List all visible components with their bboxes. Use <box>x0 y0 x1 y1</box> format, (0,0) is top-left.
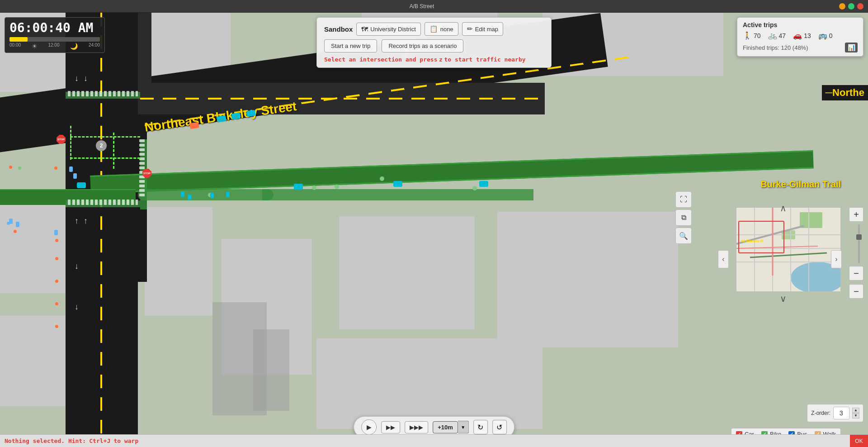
trips-finished: Finished trips: 120 (48%) 📊 <box>743 43 858 52</box>
zoom-out-button-2[interactable]: − <box>849 284 863 299</box>
block <box>316 338 542 429</box>
faster-fwd-icon: ▶▶▶ <box>410 424 423 431</box>
hint-suffix: to start traffic nearby <box>444 56 526 63</box>
chevron-down-icon: ∨ <box>780 294 787 304</box>
bike-5 <box>380 176 384 181</box>
edit-label: Edit map <box>475 26 498 33</box>
time-end: 24:00 <box>89 43 100 50</box>
ped-trail-2 <box>188 195 191 200</box>
minimap-svg: NE Blakeley St <box>736 208 840 291</box>
jump-time-button[interactable]: +10m <box>433 421 458 433</box>
map-name: University District <box>370 26 415 33</box>
jump-label: +10m <box>438 424 453 431</box>
minimap[interactable]: NE Blakeley St <box>736 207 840 291</box>
arrow-4: ↑ <box>84 216 88 226</box>
stop-sign-2: STOP <box>142 169 151 178</box>
svg-text:NE Blakeley St: NE Blakeley St <box>741 239 764 243</box>
jump-dropdown[interactable]: ▼ <box>458 421 469 433</box>
pedestrian-icon: 🚶 <box>743 31 752 40</box>
minimap-up-button[interactable]: ∧ <box>780 203 787 214</box>
z-order-up[interactable]: ▲ <box>852 408 859 413</box>
status-hint: Nothing selected. Hint: Ctrl+J to warp <box>5 437 138 444</box>
finished-trips-text: Finished trips: 120 (48%) <box>743 44 808 51</box>
car-trail-4 <box>479 181 488 187</box>
chart-button[interactable]: 📊 <box>845 43 858 52</box>
yellow-dash-top <box>140 98 547 100</box>
restore-rotation-button[interactable]: ↺ <box>492 420 507 434</box>
bike-path-v1 <box>70 126 71 160</box>
bike-path-2 <box>70 157 140 159</box>
map-layer-controls: ⛶ ⧉ 🔍 <box>675 191 692 244</box>
bus-icon: 🚌 <box>818 31 827 40</box>
main-area: STOP STOP 2 ↓ ↓ ↑ ↑ ↓ ↓ ─Northe Northeas… <box>0 13 868 447</box>
window-title: A/B Street <box>5 3 839 10</box>
rotate-cw-icon: ↻ <box>477 423 483 432</box>
status-btn-icon: OK <box>855 438 863 444</box>
car-trail-2 <box>294 184 303 190</box>
minimap-prev-button[interactable]: ‹ <box>718 250 729 268</box>
ped-2 <box>73 173 77 179</box>
road-h2 <box>138 13 151 85</box>
status-suffix: to warp <box>113 437 138 444</box>
time-bar[interactable] <box>9 37 100 42</box>
zoom-out-button[interactable]: − <box>849 266 863 281</box>
agent-dot-2 <box>18 166 21 170</box>
time-start: 00:00 <box>9 43 21 50</box>
zoom-thumb[interactable] <box>856 234 862 240</box>
yellow-dash-vertical <box>100 13 102 447</box>
z-order-value[interactable]: 3 <box>833 407 849 419</box>
car-agent-3 <box>246 110 256 117</box>
play-button[interactable]: ▶ <box>361 419 377 435</box>
z-order-spinners[interactable]: ▲ ▼ <box>852 408 859 418</box>
ped-5 <box>54 230 58 235</box>
status-bar: Nothing selected. Hint: Ctrl+J to warp O… <box>0 434 868 447</box>
sandbox-panel: Sandbox 🗺 University District 📋 none ✏ E… <box>316 17 552 68</box>
dropdown-icon: ▼ <box>461 425 465 430</box>
burke-gilman-trail <box>90 150 813 194</box>
sun-icon: ☀ <box>32 43 38 50</box>
ped-4 <box>16 222 19 227</box>
close-button[interactable] <box>857 3 863 10</box>
edit-map-button[interactable]: ✏ Edit map <box>462 22 503 36</box>
record-scenario-button[interactable]: Record trips as a scenario <box>382 39 463 52</box>
jump-group: +10m ▼ <box>433 421 469 433</box>
search-button[interactable]: 🔍 <box>675 228 692 244</box>
block <box>339 216 475 329</box>
bike-path-v2 <box>113 133 114 169</box>
z-order-panel: Z-order: 3 ▲ ▼ <box>807 404 863 422</box>
arrow-5: ↓ <box>75 262 79 271</box>
search-icon: 🔍 <box>679 232 688 240</box>
z-order-down[interactable]: ▼ <box>852 413 859 418</box>
arrow-3: ↑ <box>75 216 79 226</box>
new-trip-button[interactable]: Start a new trip <box>324 39 377 52</box>
reset-rotation-button[interactable]: ↻ <box>473 420 488 434</box>
zoom-in-button[interactable]: + <box>849 207 863 222</box>
window-controls[interactable] <box>839 3 863 10</box>
minimap-down-button[interactable]: ∨ <box>780 293 787 304</box>
minimize-button[interactable] <box>839 3 845 10</box>
bike-1 <box>312 185 316 190</box>
fullscreen-button[interactable]: ⛶ <box>675 191 692 208</box>
trips-counts: 🚶 70 🚲 47 🚗 13 🚌 0 <box>743 31 858 40</box>
sandbox-label: Sandbox <box>324 25 353 33</box>
minimap-next-button[interactable]: › <box>831 250 842 268</box>
status-text: Nothing selected. Hint: <box>5 437 86 444</box>
bus-count-value: 0 <box>829 32 833 39</box>
sandbox-actions: Start a new trip Record trips as a scena… <box>324 39 544 52</box>
zoom-track <box>858 224 860 263</box>
status-action-button[interactable]: OK <box>850 435 868 447</box>
crosswalk-2 <box>68 200 138 205</box>
map-selector-button[interactable]: 🗺 University District <box>356 23 420 36</box>
maximize-button[interactable] <box>848 3 854 10</box>
arrow-6: ↓ <box>75 302 79 312</box>
car-icon: 🚗 <box>793 31 802 40</box>
faster-forward-button[interactable]: ▶▶▶ <box>405 421 428 433</box>
rotate-ccw-icon: ↺ <box>496 423 502 432</box>
fast-forward-button[interactable]: ▶▶ <box>381 421 400 433</box>
scenario-selector-button[interactable]: 📋 none <box>425 22 458 36</box>
crosswalk-1 <box>68 91 138 96</box>
agent-dot-3 <box>54 166 57 170</box>
layers-button[interactable]: ⧉ <box>675 209 692 226</box>
play-icon: ▶ <box>367 423 372 431</box>
scenario-icon: 📋 <box>429 25 438 33</box>
